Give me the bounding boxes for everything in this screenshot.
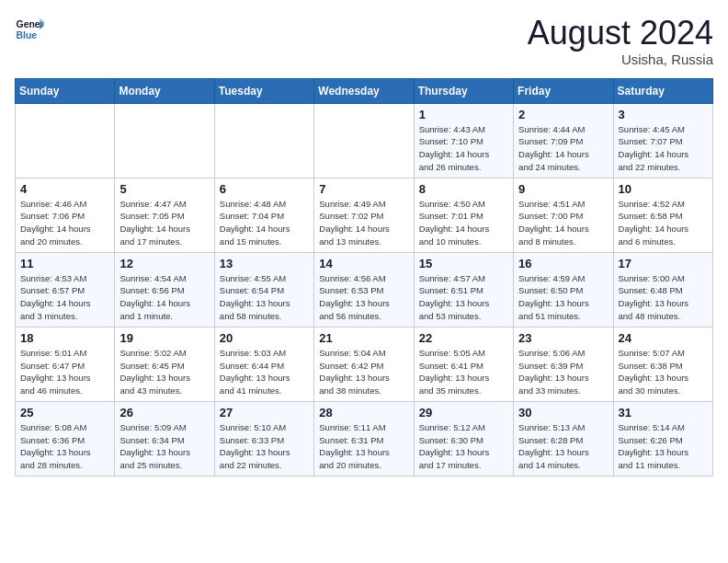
- day-detail: Sunrise: 5:14 AM Sunset: 6:26 PM Dayligh…: [619, 421, 708, 472]
- day-detail: Sunrise: 5:08 AM Sunset: 6:36 PM Dayligh…: [20, 421, 109, 472]
- day-cell: 14Sunrise: 4:56 AM Sunset: 6:53 PM Dayli…: [314, 252, 414, 327]
- day-number: 3: [619, 108, 708, 121]
- svg-text:Blue: Blue: [17, 30, 38, 40]
- day-cell: 13Sunrise: 4:55 AM Sunset: 6:54 PM Dayli…: [214, 252, 313, 327]
- day-number: 27: [220, 406, 309, 419]
- day-number: 2: [518, 108, 608, 121]
- day-number: 4: [20, 182, 109, 196]
- day-cell: 7Sunrise: 4:49 AM Sunset: 7:02 PM Daylig…: [314, 178, 414, 252]
- day-cell: 26Sunrise: 5:09 AM Sunset: 6:34 PM Dayli…: [115, 401, 214, 476]
- day-detail: Sunrise: 5:00 AM Sunset: 6:48 PM Dayligh…: [619, 272, 708, 323]
- day-header-monday: Monday: [115, 78, 214, 103]
- day-detail: Sunrise: 4:52 AM Sunset: 6:58 PM Dayligh…: [619, 198, 708, 248]
- day-cell: 16Sunrise: 4:59 AM Sunset: 6:50 PM Dayli…: [514, 252, 613, 327]
- day-detail: Sunrise: 4:51 AM Sunset: 7:00 PM Dayligh…: [518, 198, 608, 248]
- week-row-2: 4Sunrise: 4:46 AM Sunset: 7:06 PM Daylig…: [16, 178, 713, 252]
- day-detail: Sunrise: 4:59 AM Sunset: 6:50 PM Dayligh…: [518, 272, 608, 323]
- day-detail: Sunrise: 4:54 AM Sunset: 6:56 PM Dayligh…: [119, 272, 209, 323]
- month-title: August 2024: [528, 15, 713, 52]
- day-cell: [115, 103, 214, 178]
- day-number: 9: [518, 182, 608, 196]
- title-block: August 2024 Usisha, Russia: [528, 15, 713, 67]
- day-detail: Sunrise: 4:53 AM Sunset: 6:57 PM Dayligh…: [20, 272, 109, 323]
- day-cell: 5Sunrise: 4:47 AM Sunset: 7:05 PM Daylig…: [115, 178, 214, 252]
- day-detail: Sunrise: 5:06 AM Sunset: 6:39 PM Dayligh…: [518, 347, 608, 397]
- day-cell: 18Sunrise: 5:01 AM Sunset: 6:47 PM Dayli…: [16, 327, 115, 401]
- day-cell: 19Sunrise: 5:02 AM Sunset: 6:45 PM Dayli…: [115, 327, 214, 401]
- day-header-saturday: Saturday: [613, 78, 712, 103]
- day-number: 28: [319, 406, 408, 419]
- day-number: 6: [220, 182, 309, 196]
- day-cell: 15Sunrise: 4:57 AM Sunset: 6:51 PM Dayli…: [414, 252, 513, 327]
- day-number: 21: [319, 331, 408, 345]
- day-detail: Sunrise: 4:45 AM Sunset: 7:07 PM Dayligh…: [619, 123, 708, 174]
- day-detail: Sunrise: 5:05 AM Sunset: 6:41 PM Dayligh…: [419, 347, 508, 397]
- day-header-tuesday: Tuesday: [214, 78, 313, 103]
- day-number: 26: [119, 406, 209, 419]
- day-cell: 6Sunrise: 4:48 AM Sunset: 7:04 PM Daylig…: [214, 178, 313, 252]
- day-detail: Sunrise: 5:10 AM Sunset: 6:33 PM Dayligh…: [220, 421, 309, 472]
- day-detail: Sunrise: 5:01 AM Sunset: 6:47 PM Dayligh…: [20, 347, 109, 397]
- day-cell: 8Sunrise: 4:50 AM Sunset: 7:01 PM Daylig…: [414, 178, 513, 252]
- day-cell: 21Sunrise: 5:04 AM Sunset: 6:42 PM Dayli…: [314, 327, 414, 401]
- day-detail: Sunrise: 5:03 AM Sunset: 6:44 PM Dayligh…: [220, 347, 309, 397]
- day-detail: Sunrise: 4:43 AM Sunset: 7:10 PM Dayligh…: [419, 123, 508, 174]
- day-detail: Sunrise: 4:56 AM Sunset: 6:53 PM Dayligh…: [319, 272, 408, 323]
- day-number: 13: [220, 257, 309, 270]
- day-detail: Sunrise: 4:46 AM Sunset: 7:06 PM Dayligh…: [20, 198, 109, 248]
- day-cell: [214, 103, 313, 178]
- week-row-1: 1Sunrise: 4:43 AM Sunset: 7:10 PM Daylig…: [16, 103, 713, 178]
- location: Usisha, Russia: [528, 52, 713, 67]
- day-detail: Sunrise: 4:55 AM Sunset: 6:54 PM Dayligh…: [220, 272, 309, 323]
- page-header: General Blue August 2024 Usisha, Russia: [15, 15, 713, 67]
- day-number: 24: [619, 331, 708, 345]
- day-cell: 10Sunrise: 4:52 AM Sunset: 6:58 PM Dayli…: [613, 178, 712, 252]
- day-cell: [314, 103, 414, 178]
- day-number: 12: [119, 257, 209, 270]
- day-header-friday: Friday: [514, 78, 613, 103]
- day-cell: 17Sunrise: 5:00 AM Sunset: 6:48 PM Dayli…: [613, 252, 712, 327]
- day-cell: 24Sunrise: 5:07 AM Sunset: 6:38 PM Dayli…: [613, 327, 712, 401]
- day-detail: Sunrise: 5:02 AM Sunset: 6:45 PM Dayligh…: [119, 347, 209, 397]
- day-cell: 20Sunrise: 5:03 AM Sunset: 6:44 PM Dayli…: [214, 327, 313, 401]
- day-detail: Sunrise: 4:57 AM Sunset: 6:51 PM Dayligh…: [419, 272, 508, 323]
- day-cell: 1Sunrise: 4:43 AM Sunset: 7:10 PM Daylig…: [414, 103, 513, 178]
- day-number: 23: [518, 331, 608, 345]
- day-detail: Sunrise: 4:48 AM Sunset: 7:04 PM Dayligh…: [220, 198, 309, 248]
- day-number: 15: [419, 257, 508, 270]
- day-number: 10: [619, 182, 708, 196]
- day-number: 31: [619, 406, 708, 419]
- day-number: 11: [20, 257, 109, 270]
- week-row-4: 18Sunrise: 5:01 AM Sunset: 6:47 PM Dayli…: [16, 327, 713, 401]
- day-header-sunday: Sunday: [16, 78, 115, 103]
- day-number: 18: [20, 331, 109, 345]
- logo-icon: General Blue: [15, 15, 44, 44]
- day-number: 25: [20, 406, 109, 419]
- day-cell: 9Sunrise: 4:51 AM Sunset: 7:00 PM Daylig…: [514, 178, 613, 252]
- day-header-wednesday: Wednesday: [314, 78, 414, 103]
- day-number: 22: [419, 331, 508, 345]
- day-number: 17: [619, 257, 708, 270]
- day-cell: 28Sunrise: 5:11 AM Sunset: 6:31 PM Dayli…: [314, 401, 414, 476]
- day-detail: Sunrise: 5:11 AM Sunset: 6:31 PM Dayligh…: [319, 421, 408, 472]
- day-number: 19: [119, 331, 209, 345]
- day-number: 20: [220, 331, 309, 345]
- day-detail: Sunrise: 4:47 AM Sunset: 7:05 PM Dayligh…: [119, 198, 209, 248]
- day-number: 29: [419, 406, 508, 419]
- day-cell: 31Sunrise: 5:14 AM Sunset: 6:26 PM Dayli…: [613, 401, 712, 476]
- day-detail: Sunrise: 5:13 AM Sunset: 6:28 PM Dayligh…: [518, 421, 608, 472]
- day-cell: [16, 103, 115, 178]
- day-detail: Sunrise: 4:50 AM Sunset: 7:01 PM Dayligh…: [419, 198, 508, 248]
- week-row-5: 25Sunrise: 5:08 AM Sunset: 6:36 PM Dayli…: [16, 401, 713, 476]
- day-number: 30: [518, 406, 608, 419]
- day-cell: 11Sunrise: 4:53 AM Sunset: 6:57 PM Dayli…: [16, 252, 115, 327]
- day-header-thursday: Thursday: [414, 78, 513, 103]
- day-number: 14: [319, 257, 408, 270]
- day-cell: 2Sunrise: 4:44 AM Sunset: 7:09 PM Daylig…: [514, 103, 613, 178]
- day-number: 5: [119, 182, 209, 196]
- day-detail: Sunrise: 4:44 AM Sunset: 7:09 PM Dayligh…: [518, 123, 608, 174]
- day-detail: Sunrise: 5:04 AM Sunset: 6:42 PM Dayligh…: [319, 347, 408, 397]
- day-cell: 23Sunrise: 5:06 AM Sunset: 6:39 PM Dayli…: [514, 327, 613, 401]
- day-detail: Sunrise: 5:09 AM Sunset: 6:34 PM Dayligh…: [119, 421, 209, 472]
- day-cell: 4Sunrise: 4:46 AM Sunset: 7:06 PM Daylig…: [16, 178, 115, 252]
